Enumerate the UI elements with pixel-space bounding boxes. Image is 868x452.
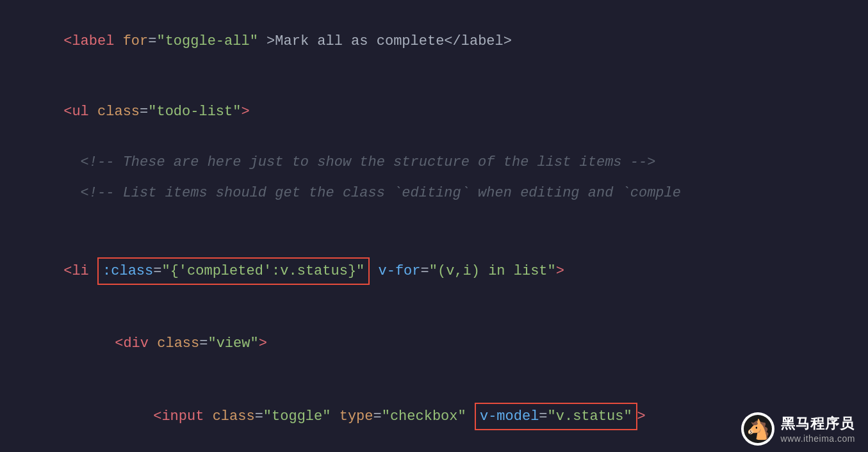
code-line-6: <li :class="{'completed':v.status}" v-fo… (0, 233, 868, 309)
v-for-attr: v-for (379, 263, 421, 279)
tag-label: <label (63, 33, 122, 49)
code-line-1: <label for="toggle-all" >Mark all as com… (0, 6, 868, 77)
code-text: <li :class="{'completed':v.status}" v-fo… (13, 234, 564, 307)
logo-text-block: 黑马程序员 www.itheima.com (781, 414, 855, 444)
attr-value-todo-list: "todo-list" (148, 104, 241, 120)
code-line-7: <div class="view"> (0, 309, 868, 379)
logo-main-text: 黑马程序员 (781, 414, 855, 433)
attr-class-ul: class (97, 104, 140, 120)
tag-div: <div (115, 335, 157, 351)
logo-area: 🐴 黑马程序员 www.itheima.com (741, 412, 855, 446)
highlight-vmodel: v-model="v.status" (475, 403, 637, 430)
logo-icon: 🐴 (743, 414, 773, 444)
attr-value-vfor: "(v,i) in list" (429, 263, 556, 279)
code-text: <label for="toggle-all" >Mark all as com… (13, 8, 512, 76)
code-text: <input class="toggle" type="checkbox" v-… (13, 380, 646, 452)
attr-for: for (123, 33, 149, 49)
code-line-5 (0, 208, 868, 233)
attr-value-view: "view" (208, 335, 258, 351)
code-line-2: <ul class="todo-list"> (0, 77, 868, 147)
logo-sub-text: www.itheima.com (781, 433, 855, 444)
code-text: <div class="view"> (13, 310, 267, 378)
attr-class-div: class (157, 335, 199, 351)
code-editor: <label for="toggle-all" >Mark all as com… (0, 0, 868, 452)
highlight-class-binding: :class="{'completed':v.status}" (97, 257, 370, 285)
tag-ul: <ul (63, 104, 97, 120)
attr-type: type (340, 408, 373, 424)
attr-value-toggle-all: "toggle-all" (156, 33, 258, 49)
svg-text:🐴: 🐴 (746, 418, 771, 441)
tag-li: <li (63, 263, 97, 279)
comment-1: <!-- These are here just to show the str… (13, 151, 655, 174)
code-line-8: <input class="toggle" type="checkbox" v-… (0, 378, 868, 452)
attr-class-input: class (213, 408, 255, 424)
logo-circle: 🐴 (741, 412, 774, 446)
tag-ul-close: > (241, 104, 249, 120)
code-text: <ul class="todo-list"> (13, 78, 250, 146)
comment-2: <!-- List items should get the class `ed… (13, 182, 681, 204)
code-line-4: <!-- List items should get the class `ed… (0, 177, 868, 208)
tag-input: <input (153, 408, 212, 424)
code-line-3: <!-- These are here just to show the str… (0, 147, 868, 177)
